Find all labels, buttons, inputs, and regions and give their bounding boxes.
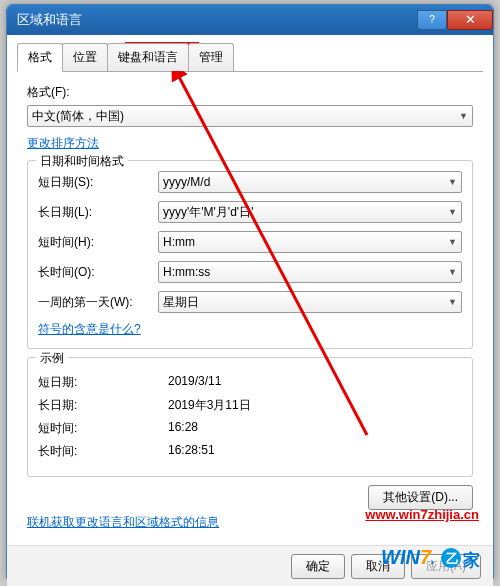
ex-long-time-label: 长时间: bbox=[38, 443, 168, 460]
dialog-footer: 确定 取消 应用(A) bbox=[7, 545, 493, 586]
apply-button[interactable]: 应用(A) bbox=[411, 554, 481, 579]
first-day-select[interactable]: 星期日 ▼ bbox=[158, 291, 462, 313]
symbols-link[interactable]: 符号的含意是什么? bbox=[38, 321, 141, 338]
chevron-down-icon: ▼ bbox=[448, 297, 457, 307]
window-title: 区域和语言 bbox=[17, 11, 82, 29]
dialog-window: 区域和语言 ? ✕ 格式 位置 键盘和语言 管理 格式(F): 中文(简体，中国… bbox=[6, 4, 494, 579]
short-date-value: yyyy/M/d bbox=[163, 175, 210, 189]
ex-short-time-value: 16:28 bbox=[168, 420, 462, 437]
help-button[interactable]: ? bbox=[417, 10, 447, 30]
content-area: 格式 位置 键盘和语言 管理 格式(F): 中文(简体，中国) ▼ 更改排序方法… bbox=[7, 35, 493, 545]
long-date-select[interactable]: yyyy'年'M'月'd'日' ▼ bbox=[158, 201, 462, 223]
ex-short-date-value: 2019/3/11 bbox=[168, 374, 462, 391]
tab-strip: 格式 位置 键盘和语言 管理 bbox=[17, 43, 483, 72]
chevron-down-icon: ▼ bbox=[448, 237, 457, 247]
short-date-select[interactable]: yyyy/M/d ▼ bbox=[158, 171, 462, 193]
ex-long-date-value: 2019年3月11日 bbox=[168, 397, 462, 414]
ex-long-date-label: 长日期: bbox=[38, 397, 168, 414]
format-select[interactable]: 中文(简体，中国) ▼ bbox=[27, 105, 473, 127]
tab-admin[interactable]: 管理 bbox=[188, 43, 234, 71]
window-controls: ? ✕ bbox=[417, 11, 493, 30]
format-select-value: 中文(简体，中国) bbox=[32, 108, 124, 125]
chevron-down-icon: ▼ bbox=[448, 177, 457, 187]
titlebar: 区域和语言 ? ✕ bbox=[7, 5, 493, 35]
examples-fieldset: 示例 短日期: 2019/3/11 长日期: 2019年3月11日 短时间: 1… bbox=[27, 357, 473, 477]
long-date-value: yyyy'年'M'月'd'日' bbox=[163, 204, 253, 221]
tab-location[interactable]: 位置 bbox=[62, 43, 108, 71]
online-info-link[interactable]: 联机获取更改语言和区域格式的信息 bbox=[27, 515, 219, 529]
ok-button[interactable]: 确定 bbox=[291, 554, 345, 579]
long-time-select[interactable]: H:mm:ss ▼ bbox=[158, 261, 462, 283]
other-settings-button[interactable]: 其他设置(D)... bbox=[368, 485, 473, 510]
format-label: 格式(F): bbox=[27, 84, 147, 101]
short-time-label: 短时间(H): bbox=[38, 234, 158, 251]
tab-panel-format: 格式(F): 中文(简体，中国) ▼ 更改排序方法 日期和时间格式 短日期(S)… bbox=[17, 72, 483, 537]
ex-long-time-value: 16:28:51 bbox=[168, 443, 462, 460]
tab-keyboard-language[interactable]: 键盘和语言 bbox=[107, 43, 189, 71]
first-day-label: 一周的第一天(W): bbox=[38, 294, 158, 311]
datetime-fieldset: 日期和时间格式 短日期(S): yyyy/M/d ▼ 长日期(L): yyyy'… bbox=[27, 160, 473, 349]
datetime-legend: 日期和时间格式 bbox=[36, 153, 128, 170]
long-date-label: 长日期(L): bbox=[38, 204, 158, 221]
ex-short-date-label: 短日期: bbox=[38, 374, 168, 391]
chevron-down-icon: ▼ bbox=[459, 111, 468, 121]
first-day-value: 星期日 bbox=[163, 294, 199, 311]
long-time-value: H:mm:ss bbox=[163, 265, 210, 279]
close-button[interactable]: ✕ bbox=[447, 10, 493, 30]
short-time-select[interactable]: H:mm ▼ bbox=[158, 231, 462, 253]
long-time-label: 长时间(O): bbox=[38, 264, 158, 281]
ex-short-time-label: 短时间: bbox=[38, 420, 168, 437]
chevron-down-icon: ▼ bbox=[448, 207, 457, 217]
examples-legend: 示例 bbox=[36, 350, 68, 367]
tab-format[interactable]: 格式 bbox=[17, 43, 63, 72]
short-time-value: H:mm bbox=[163, 235, 195, 249]
change-sort-link[interactable]: 更改排序方法 bbox=[27, 135, 99, 152]
cancel-button[interactable]: 取消 bbox=[351, 554, 405, 579]
chevron-down-icon: ▼ bbox=[448, 267, 457, 277]
short-date-label: 短日期(S): bbox=[38, 174, 158, 191]
